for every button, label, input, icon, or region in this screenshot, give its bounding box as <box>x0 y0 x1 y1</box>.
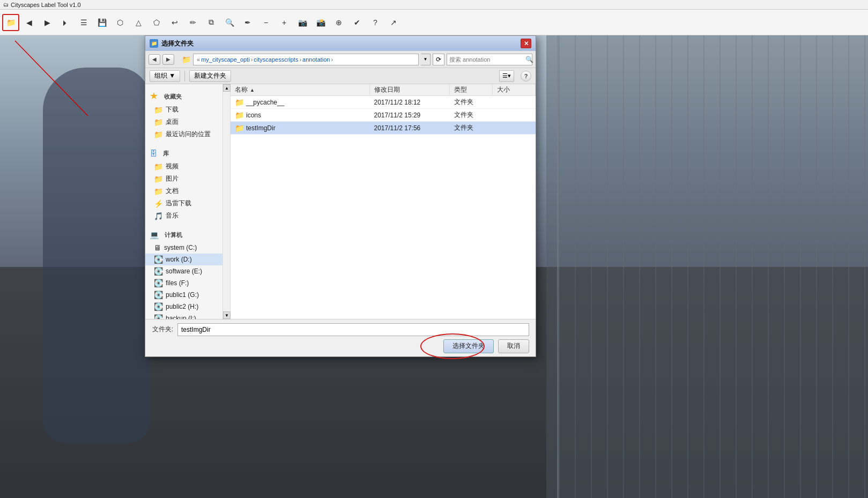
plus-btn[interactable]: + <box>276 14 293 31</box>
export-btn[interactable]: ↗ <box>385 14 402 31</box>
main-area: aF 📁 选择文件夹 ✕ ◀ ▶ 📁 « my_cityscape_opti ›… <box>0 35 868 498</box>
dialog-bottom: 文件夹: 选择文件夹 取消 <box>145 319 536 356</box>
docs-icon: 📁 <box>154 187 163 196</box>
file-row-icons[interactable]: 📁 icons 2017/11/2 15:29 文件夹 <box>231 109 536 122</box>
organize-btn[interactable]: 组织 ▼ <box>150 70 180 82</box>
camera-btn[interactable]: 📷 <box>294 14 311 31</box>
search-icon: 🔍 <box>525 56 533 63</box>
app-title: Cityscapes Label Tool v1.0 <box>11 2 81 8</box>
sidebar-item-pictures[interactable]: 📁 图片 <box>145 173 222 185</box>
play-btn[interactable]: ⏵ <box>57 14 74 31</box>
select-folder-button[interactable]: 选择文件夹 <box>443 339 494 353</box>
star-icon: ★ <box>150 90 158 102</box>
col-header-name[interactable]: 名称 ▲ <box>231 84 370 95</box>
polygon-btn[interactable]: ⬡ <box>112 14 129 31</box>
file-row-pycache[interactable]: 📁 __pycache__ 2017/11/2 18:12 文件夹 <box>231 96 536 109</box>
drive-i-icon: 💽 <box>154 314 163 319</box>
dialog-address-bar: ◀ ▶ 📁 « my_cityscape_opti › cityscapessc… <box>145 51 536 68</box>
open-folder-btn[interactable]: 📁 <box>2 14 19 31</box>
sort-icon: ▲ <box>250 87 255 93</box>
filename-icons: icons <box>246 112 261 119</box>
scroll-up-arrow[interactable]: ▲ <box>223 84 231 92</box>
toolbar: 📁 ◀ ▶ ⏵ ☰ 💾 ⬡ △ ⬠ ↩ ✏ ⧉ 🔍 ✒ − + 📷 📸 ⊕ ✔ … <box>0 10 868 35</box>
target-btn[interactable]: ⊕ <box>330 14 347 31</box>
edit-btn[interactable]: ✏ <box>184 14 202 31</box>
path-part-3[interactable]: annotation <box>302 56 330 63</box>
sidebar-item-software-e[interactable]: 💽 software (E:) <box>145 265 222 277</box>
cancel-button[interactable]: 取消 <box>498 339 529 353</box>
filelist-header: 名称 ▲ 修改日期 类型 大小 <box>231 84 536 96</box>
filetype-icons: 文件夹 <box>450 110 493 120</box>
sidebar-item-desktop[interactable]: 📁 桌面 <box>145 116 222 128</box>
path-part-2[interactable]: cityscapesscripts <box>254 56 298 63</box>
draw-btn[interactable]: ✒ <box>239 14 256 31</box>
sidebar-item-work-d[interactable]: 💽 work (D:) <box>145 254 222 265</box>
path-sep-2: › <box>299 56 301 63</box>
dialog-close-button[interactable]: ✕ <box>521 39 531 48</box>
polygon3-btn[interactable]: ⬠ <box>148 14 165 31</box>
filetype-pycache: 文件夹 <box>450 98 493 107</box>
refresh-btn[interactable]: ⟳ <box>433 54 444 65</box>
next-btn[interactable]: ▶ <box>39 14 56 31</box>
nav-forward-btn[interactable]: ▶ <box>162 54 174 65</box>
sidebar-label-system-c: system (C:) <box>164 244 197 251</box>
filedate-testimgdir: 2017/11/2 17:56 <box>370 124 450 132</box>
library-header-row: 🗄 库 <box>145 146 222 160</box>
view-btn[interactable]: ☰▾ <box>499 70 514 82</box>
organize-label: 组织 ▼ <box>154 71 175 80</box>
scroll-down-arrow[interactable]: ▼ <box>223 311 231 319</box>
sidebar-item-thunder[interactable]: ⚡ 迅雷下载 <box>145 197 222 210</box>
layers-btn[interactable]: ⧉ <box>203 14 220 31</box>
sidebar-item-public2-h[interactable]: 💽 public2 (H:) <box>145 301 222 313</box>
list-btn[interactable]: ☰ <box>75 14 92 31</box>
undo-btn[interactable]: ↩ <box>166 14 183 31</box>
sidebar-label-music: 音乐 <box>166 211 179 220</box>
sidebar-item-files-f[interactable]: 💽 files (F:) <box>145 277 222 289</box>
search-input[interactable] <box>449 56 523 63</box>
sidebar-item-public1-g[interactable]: 💽 public1 (G:) <box>145 289 222 301</box>
prev-btn[interactable]: ◀ <box>20 14 38 31</box>
col-header-date[interactable]: 修改日期 <box>370 84 450 95</box>
col-header-type[interactable]: 类型 <box>450 84 493 95</box>
col-header-size[interactable]: 大小 <box>493 84 536 95</box>
folder-name-input[interactable] <box>177 323 529 336</box>
sidebar-item-download[interactable]: 📁 下载 <box>145 103 222 116</box>
nav-back-btn[interactable]: ◀ <box>149 54 160 65</box>
sidebar-item-system-c[interactable]: 🖥 system (C:) <box>145 242 222 254</box>
file-chooser-dialog: 📁 选择文件夹 ✕ ◀ ▶ 📁 « my_cityscape_opti › ci… <box>145 35 536 357</box>
computer-icon: 💻 <box>150 231 159 239</box>
drive-d-icon: 💽 <box>154 255 163 264</box>
path-part-1[interactable]: my_cityscape_opti <box>201 56 250 63</box>
favorites-header: 收藏夹 <box>160 91 186 102</box>
help-btn[interactable]: ? <box>367 14 384 31</box>
sidebar-item-recent[interactable]: 📁 最近访问的位置 <box>145 128 222 140</box>
filetype-testimgdir: 文件夹 <box>450 123 493 132</box>
dialog-titlebar: 📁 选择文件夹 ✕ <box>145 36 536 51</box>
zoom-btn[interactable]: 🔍 <box>221 14 238 31</box>
music-icon: 🎵 <box>154 212 163 220</box>
save-btn[interactable]: 💾 <box>93 14 110 31</box>
filedate-pycache: 2017/11/2 18:12 <box>370 99 450 106</box>
sidebar-gap-2 <box>145 222 222 227</box>
sidebar-label-backup-i: backup (I:) <box>166 315 196 319</box>
library-icon: 🗄 <box>150 149 157 158</box>
check-btn[interactable]: ✔ <box>348 14 366 31</box>
minus-btn[interactable]: − <box>257 14 275 31</box>
sidebar-gap-1 <box>145 140 222 146</box>
sidebar-scrollbar[interactable]: ▲ ▼ <box>223 84 231 319</box>
sidebar-item-video[interactable]: 📁 视频 <box>145 160 222 173</box>
address-dropdown-btn[interactable]: ▼ <box>421 54 431 65</box>
file-row-testimgdir[interactable]: 📁 testImgDir 2017/11/2 17:56 文件夹 <box>231 122 536 135</box>
col-size-label: 大小 <box>497 85 510 94</box>
computer-header: 计算机 <box>160 229 187 240</box>
dialog-help-btn[interactable]: ? <box>521 71 531 81</box>
drive-e-icon: 💽 <box>154 267 163 276</box>
sidebar-item-docs[interactable]: 📁 文档 <box>145 185 222 197</box>
help-icon: ? <box>524 73 528 79</box>
camera2-btn[interactable]: 📸 <box>312 14 329 31</box>
select-folder-label: 选择文件夹 <box>452 342 485 350</box>
sidebar-item-backup-i[interactable]: 💽 backup (I:) <box>145 313 222 319</box>
polygon2-btn[interactable]: △ <box>130 14 147 31</box>
sidebar-item-music[interactable]: 🎵 音乐 <box>145 210 222 222</box>
new-folder-btn[interactable]: 新建文件夹 <box>189 70 231 82</box>
